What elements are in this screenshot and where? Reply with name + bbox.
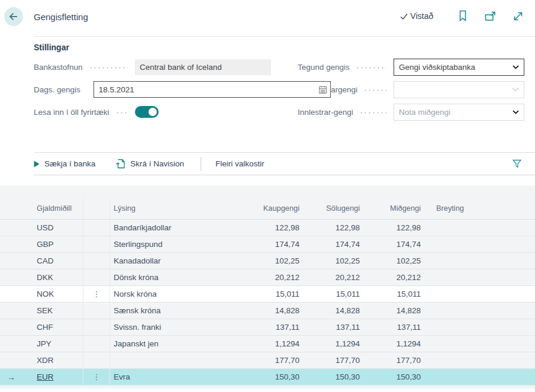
currency-code-cell: SEK bbox=[33, 303, 83, 319]
currency-code-link[interactable]: EUR bbox=[37, 372, 54, 381]
column-header-midgengi[interactable]: Miðgengi bbox=[361, 197, 422, 219]
table-row[interactable]: → SEK ⋮ Sænsk króna 14,828 14,828 14,828 bbox=[0, 303, 535, 319]
currency-code-link[interactable]: DKK bbox=[37, 273, 53, 282]
currency-code-cell: CHF bbox=[33, 319, 83, 335]
saved-label: Vistað bbox=[410, 11, 433, 21]
innlestrar-gengi-label: Innlestrar-gengi bbox=[298, 108, 353, 117]
fetch-from-bank-button[interactable]: Sækja í banka bbox=[34, 159, 95, 168]
column-header-solugengi[interactable]: Sölugengi bbox=[301, 197, 361, 219]
currency-code-cell: EUR bbox=[33, 369, 83, 385]
solugengi-cell: 20,212 bbox=[301, 269, 361, 285]
filler-cell bbox=[487, 336, 535, 352]
currency-code-cell: CAD bbox=[33, 253, 83, 269]
breyting-cell bbox=[422, 303, 487, 319]
currency-code-link[interactable]: XDR bbox=[37, 356, 54, 365]
table-header-row: Gjaldmiðill Lýsing Kaupgengi Sölugengi M… bbox=[0, 197, 535, 220]
currency-code-link[interactable]: CHF bbox=[37, 323, 53, 332]
table-row[interactable]: → EUR ⋮ Evra 150,30 150,30 150,30 bbox=[0, 369, 535, 385]
chevron-down-icon bbox=[513, 65, 519, 69]
more-options-button[interactable]: Fleiri valkostir bbox=[215, 159, 265, 168]
arrow-right-icon: → bbox=[0, 372, 15, 382]
solugengi-cell: 1,1294 bbox=[301, 336, 361, 352]
description-cell: Kanadadollar bbox=[110, 253, 231, 269]
row-menu-cell: ⋮ bbox=[83, 253, 110, 269]
currency-code-link[interactable]: USD bbox=[37, 223, 54, 232]
column-header-lysing[interactable]: Lýsing bbox=[110, 197, 231, 219]
solugengi-cell: 15,011 bbox=[301, 286, 361, 302]
back-button[interactable] bbox=[4, 7, 23, 26]
currency-code-link[interactable]: JPY bbox=[37, 339, 51, 348]
fetch-from-bank-label: Sækja í banka bbox=[44, 159, 95, 168]
open-in-window-icon bbox=[484, 10, 497, 23]
margin-column bbox=[0, 197, 33, 219]
open-in-window-button[interactable] bbox=[484, 10, 497, 23]
innlestrar-gengi-select: Nota miðgengi bbox=[394, 104, 524, 121]
description-cell: Svissn. franki bbox=[110, 319, 231, 335]
currency-code-link[interactable]: NOK bbox=[37, 290, 54, 298]
row-menu-cell: ⋮ bbox=[83, 269, 110, 285]
table-row[interactable]: → DKK ⋮ Dönsk króna 20,212 20,212 20,212 bbox=[0, 269, 535, 286]
chevron-down-icon bbox=[512, 87, 519, 92]
lesa-inn-toggle[interactable] bbox=[135, 106, 159, 118]
exchange-rate-table: Gjaldmiðill Lýsing Kaupgengi Sölugengi M… bbox=[0, 185, 535, 388]
currency-code-link[interactable]: SEK bbox=[37, 306, 53, 315]
kaupgengi-cell: 177,70 bbox=[231, 352, 301, 368]
currency-code-link[interactable]: CAD bbox=[37, 256, 54, 265]
breyting-cell bbox=[422, 253, 487, 269]
row-menu-cell: ⋮ bbox=[83, 286, 110, 302]
dags-gengis-field[interactable] bbox=[94, 81, 331, 98]
table-row[interactable]: → XDR ⋮ 177,70 177,70 177,70 bbox=[0, 352, 535, 369]
arrow-left-icon bbox=[8, 11, 20, 23]
settings-section: Stillingar Bankastofnun Dags. gengis bbox=[34, 43, 524, 123]
kaupgengi-cell: 1,1294 bbox=[231, 336, 301, 352]
table-row[interactable]: → NOK ⋮ Norsk króna 15,011 15,011 15,011 bbox=[0, 286, 535, 303]
filler-cell bbox=[487, 303, 535, 319]
row-margin-cell: → bbox=[0, 352, 33, 368]
filler-cell bbox=[487, 269, 535, 285]
solugengi-cell: 102,25 bbox=[301, 253, 361, 269]
table-row[interactable]: → CAD ⋮ Kanadadollar 102,25 102,25 102,2… bbox=[0, 253, 535, 269]
filler-cell bbox=[487, 319, 535, 335]
table-row[interactable]: → JPY ⋮ Japanskt jen 1,1294 1,1294 1,129… bbox=[0, 336, 535, 352]
filler-cell bbox=[487, 352, 535, 368]
kaupgengi-cell: 174,74 bbox=[231, 236, 301, 252]
tegund-gengis-select[interactable]: Gengi viðskiptabanka bbox=[394, 59, 524, 76]
row-menu-cell: ⋮ bbox=[83, 369, 110, 385]
filler-cell bbox=[487, 220, 535, 236]
dags-gengis-label: Dags. gengis bbox=[34, 85, 80, 94]
column-header-gjaldmidill[interactable]: Gjaldmiðill bbox=[33, 197, 83, 219]
filter-button[interactable] bbox=[512, 159, 522, 169]
currency-code-cell: NOK bbox=[33, 286, 83, 302]
solugengi-cell: 177,70 bbox=[301, 352, 361, 368]
tegund-gengis-label: Tegund gengis bbox=[298, 63, 350, 72]
row-margin-cell: → bbox=[0, 253, 33, 269]
midgengi-cell: 150,30 bbox=[361, 369, 422, 385]
bookmark-button[interactable] bbox=[457, 9, 469, 23]
section-title: Stillingar bbox=[34, 43, 524, 52]
column-header-breyting[interactable]: Breyting bbox=[422, 197, 487, 219]
column-header-kaupgengi[interactable]: Kaupgengi bbox=[231, 197, 301, 219]
table-row[interactable]: → USD ⋮ Bandaríkjadollar 122,98 122,98 1… bbox=[0, 220, 535, 236]
kaupgengi-cell: 137,11 bbox=[231, 319, 301, 335]
table-row[interactable]: → GBP ⋮ Sterlingspund 174,74 174,74 174,… bbox=[0, 236, 535, 253]
row-margin-cell: → bbox=[0, 369, 33, 385]
table-body: → USD ⋮ Bandaríkjadollar 122,98 122,98 1… bbox=[0, 220, 535, 385]
row-menu-cell: ⋮ bbox=[83, 336, 110, 352]
row-margin-cell: → bbox=[0, 269, 33, 285]
dotted-leader bbox=[356, 67, 386, 69]
currency-code-link[interactable]: GBP bbox=[37, 240, 54, 249]
vertical-ellipsis-icon[interactable]: ⋮ bbox=[83, 372, 109, 381]
midgengi-cell: 137,11 bbox=[361, 319, 422, 335]
expand-button[interactable] bbox=[512, 10, 524, 23]
register-in-navision-button[interactable]: Skrá í Navision bbox=[115, 159, 184, 169]
breyting-cell bbox=[422, 269, 487, 285]
table-row[interactable]: → CHF ⋮ Svissn. franki 137,11 137,11 137… bbox=[0, 319, 535, 336]
row-margin-cell: → bbox=[0, 319, 33, 335]
header-divider bbox=[34, 36, 535, 37]
description-cell: Sænsk króna bbox=[110, 303, 231, 319]
kaupgengi-cell: 102,25 bbox=[231, 253, 301, 269]
solugengi-cell: 150,30 bbox=[301, 369, 361, 385]
midgengi-cell: 102,25 bbox=[361, 253, 422, 269]
vertical-ellipsis-icon[interactable]: ⋮ bbox=[83, 290, 109, 298]
tegund-gengis-value: Gengi viðskiptabanka bbox=[399, 63, 475, 72]
